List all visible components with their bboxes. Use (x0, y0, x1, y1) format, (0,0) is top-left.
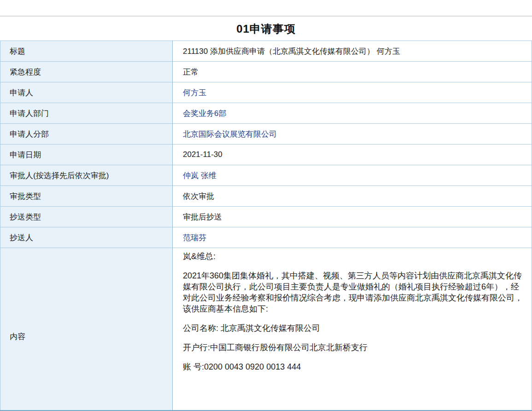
row-applicant: 申请人 何方玉 (0, 82, 532, 103)
field-value-applicant: 何方玉 (173, 82, 532, 103)
field-value-urgency: 正常 (173, 62, 532, 82)
content-paragraph-bank: 开户行:中国工商银行股份有限公司北京北新桥支行 (183, 342, 524, 353)
row-applicant-branch: 申请人分部 北京国际会议展览有限公司 (0, 124, 532, 145)
field-label-cc-type: 抄送类型 (0, 207, 173, 227)
field-label-applicant-branch: 申请人分部 (0, 124, 173, 145)
content-paragraph-greeting: 岚&维总: (183, 251, 524, 262)
field-label-urgency: 紧急程度 (0, 62, 173, 82)
field-label-application-date: 申请日期 (0, 145, 173, 165)
row-title: 标题 211130 添加供应商申请（北京禹淇文化传媒有限公司） 何方玉 (0, 41, 532, 62)
applicant-link[interactable]: 何方玉 (183, 88, 206, 97)
cc-person-link[interactable]: 范瑞芬 (183, 233, 206, 242)
content-paragraph-body: 2021年360集团集体婚礼，其中搭建、视频、第三方人员等内容计划由供应商北京禹… (183, 270, 524, 314)
field-value-cc-type: 审批后抄送 (173, 207, 532, 227)
approval-detail-page: 01申请事项 标题 211130 添加供应商申请（北京禹淇文化传媒有限公司） 何… (0, 0, 532, 411)
page-title: 01申请事项 (0, 17, 532, 41)
row-application-date: 申请日期 2021-11-30 (0, 145, 532, 165)
field-value-applicant-department: 会奖业务6部 (173, 103, 532, 124)
top-divider (0, 0, 532, 17)
field-label-cc-person: 抄送人 (0, 227, 173, 248)
field-label-applicant: 申请人 (0, 82, 173, 103)
applicant-branch-link[interactable]: 北京国际会议展览有限公司 (183, 130, 277, 139)
field-label-approvers: 审批人(按选择先后依次审批) (0, 165, 173, 186)
row-approval-type: 审批类型 依次审批 (0, 186, 532, 207)
field-value-approvers: 仲岚 张维 (173, 165, 532, 186)
field-value-application-date: 2021-11-30 (173, 145, 532, 165)
approvers-link[interactable]: 仲岚 张维 (183, 171, 216, 180)
row-content: 内容 岚&维总: 2021年360集团集体婚礼，其中搭建、视频、第三方人员等内容… (0, 248, 532, 411)
field-value-content: 岚&维总: 2021年360集团集体婚礼，其中搭建、视频、第三方人员等内容计划由… (173, 248, 532, 411)
row-cc-person: 抄送人 范瑞芬 (0, 227, 532, 248)
applicant-department-link[interactable]: 会奖业务6部 (183, 109, 226, 118)
field-label-applicant-department: 申请人部门 (0, 103, 173, 124)
field-value-approval-type: 依次审批 (173, 186, 532, 207)
content-paragraph-company-name: 公司名称: 北京禹淇文化传媒有限公司 (183, 323, 524, 334)
content-paragraph-account-number: 账 号:0200 0043 0920 0013 444 (183, 361, 524, 372)
row-approvers: 审批人(按选择先后依次审批) 仲岚 张维 (0, 165, 532, 186)
field-label-title: 标题 (0, 41, 173, 62)
application-detail-table: 标题 211130 添加供应商申请（北京禹淇文化传媒有限公司） 何方玉 紧急程度… (0, 41, 532, 411)
field-value-applicant-branch: 北京国际会议展览有限公司 (173, 124, 532, 145)
row-urgency: 紧急程度 正常 (0, 62, 532, 82)
field-label-approval-type: 审批类型 (0, 186, 173, 207)
field-label-content: 内容 (0, 248, 173, 411)
field-value-cc-person: 范瑞芬 (173, 227, 532, 248)
row-applicant-department: 申请人部门 会奖业务6部 (0, 103, 532, 124)
field-value-title: 211130 添加供应商申请（北京禹淇文化传媒有限公司） 何方玉 (173, 41, 532, 62)
row-cc-type: 抄送类型 审批后抄送 (0, 207, 532, 227)
